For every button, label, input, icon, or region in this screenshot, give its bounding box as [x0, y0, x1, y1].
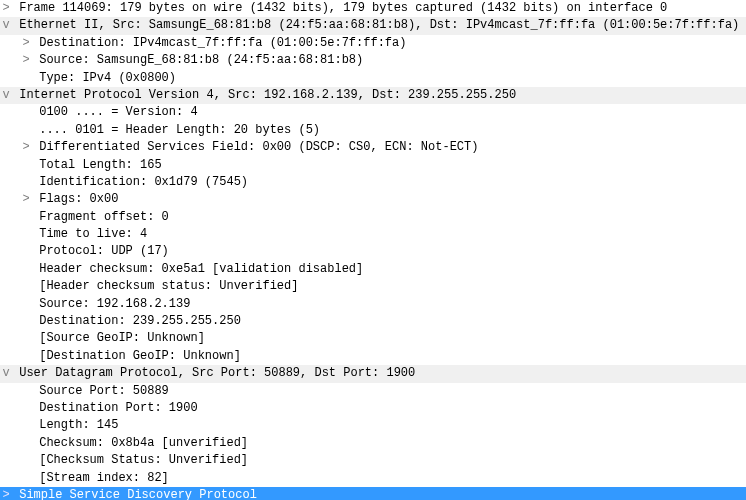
gap [32, 52, 39, 69]
tree-row-label[interactable]: Total Length: 165 [39, 157, 746, 174]
tree-row-label[interactable]: Destination: 239.255.255.250 [39, 313, 746, 330]
tree-row[interactable]: v Ethernet II, Src: SamsungE_68:81:b8 (2… [0, 17, 746, 34]
tree-row[interactable]: Total Length: 165 [0, 157, 746, 174]
tree-row[interactable]: Destination Port: 1900 [0, 400, 746, 417]
tree-row-label[interactable]: Identification: 0x1d79 (7545) [39, 174, 746, 191]
tree-row[interactable]: Source Port: 50889 [0, 383, 746, 400]
chevron-right-icon[interactable]: > [20, 52, 32, 69]
chevron-right-icon[interactable]: > [0, 0, 12, 17]
chevron-down-icon[interactable]: v [0, 87, 12, 104]
tree-row[interactable]: Destination: 239.255.255.250 [0, 313, 746, 330]
tree-row[interactable]: Type: IPv4 (0x0800) [0, 70, 746, 87]
tree-row[interactable]: [Header checksum status: Unverified] [0, 278, 746, 295]
tree-row-label[interactable]: [Destination GeoIP: Unknown] [39, 348, 746, 365]
packet-details-tree[interactable]: > Frame 114069: 179 bytes on wire (1432 … [0, 0, 746, 500]
tree-row-label[interactable]: Destination: IPv4mcast_7f:ff:fa (01:00:5… [39, 35, 746, 52]
tree-row[interactable]: > Flags: 0x00 [0, 191, 746, 208]
gap [32, 348, 39, 365]
tree-row-label[interactable]: Fragment offset: 0 [39, 209, 746, 226]
gap [32, 243, 39, 260]
tree-row-label[interactable]: User Datagram Protocol, Src Port: 50889,… [19, 365, 746, 382]
gap [32, 191, 39, 208]
tree-row[interactable]: [Destination GeoIP: Unknown] [0, 348, 746, 365]
tree-row-label[interactable]: Source: 192.168.2.139 [39, 296, 746, 313]
tree-row[interactable]: Identification: 0x1d79 (7545) [0, 174, 746, 191]
tree-row[interactable]: > Frame 114069: 179 bytes on wire (1432 … [0, 0, 746, 17]
tree-row[interactable]: > Simple Service Discovery Protocol [0, 487, 746, 500]
gap [12, 17, 19, 34]
tree-row-label[interactable]: Simple Service Discovery Protocol [19, 487, 746, 500]
gap [32, 435, 39, 452]
tree-row-label[interactable]: .... 0101 = Header Length: 20 bytes (5) [39, 122, 746, 139]
tree-row-label[interactable]: [Header checksum status: Unverified] [39, 278, 746, 295]
tree-row[interactable]: v User Datagram Protocol, Src Port: 5088… [0, 365, 746, 382]
tree-row-label[interactable]: Time to live: 4 [39, 226, 746, 243]
gap [12, 0, 19, 17]
gap [32, 383, 39, 400]
tree-row-label[interactable]: Protocol: UDP (17) [39, 243, 746, 260]
gap [32, 174, 39, 191]
gap [32, 261, 39, 278]
gap [32, 470, 39, 487]
tree-row-label[interactable]: Flags: 0x00 [39, 191, 746, 208]
gap [32, 330, 39, 347]
tree-row-label[interactable]: Length: 145 [39, 417, 746, 434]
gap [32, 122, 39, 139]
tree-row[interactable]: Fragment offset: 0 [0, 209, 746, 226]
gap [32, 70, 39, 87]
tree-row[interactable]: [Stream index: 82] [0, 470, 746, 487]
tree-row[interactable]: Source: 192.168.2.139 [0, 296, 746, 313]
chevron-right-icon[interactable]: > [20, 139, 32, 156]
tree-row[interactable]: > Destination: IPv4mcast_7f:ff:fa (01:00… [0, 35, 746, 52]
gap [32, 157, 39, 174]
tree-row[interactable]: Time to live: 4 [0, 226, 746, 243]
tree-row[interactable]: Header checksum: 0xe5a1 [validation disa… [0, 261, 746, 278]
tree-row[interactable]: 0100 .... = Version: 4 [0, 104, 746, 121]
gap [32, 35, 39, 52]
chevron-down-icon[interactable]: v [0, 365, 12, 382]
tree-row[interactable]: [Source GeoIP: Unknown] [0, 330, 746, 347]
tree-row[interactable]: .... 0101 = Header Length: 20 bytes (5) [0, 122, 746, 139]
tree-row-label[interactable]: Differentiated Services Field: 0x00 (DSC… [39, 139, 746, 156]
gap [32, 226, 39, 243]
chevron-right-icon[interactable]: > [20, 191, 32, 208]
tree-row-label[interactable]: Source Port: 50889 [39, 383, 746, 400]
tree-row[interactable]: > Source: SamsungE_68:81:b8 (24:f5:aa:68… [0, 52, 746, 69]
gap [32, 417, 39, 434]
tree-row-label[interactable]: [Source GeoIP: Unknown] [39, 330, 746, 347]
chevron-right-icon[interactable]: > [20, 35, 32, 52]
gap [32, 139, 39, 156]
tree-row-label[interactable]: Frame 114069: 179 bytes on wire (1432 bi… [19, 0, 746, 17]
gap [32, 209, 39, 226]
chevron-right-icon[interactable]: > [0, 487, 12, 500]
gap [12, 487, 19, 500]
tree-row-label[interactable]: Header checksum: 0xe5a1 [validation disa… [39, 261, 746, 278]
tree-row[interactable]: Checksum: 0x8b4a [unverified] [0, 435, 746, 452]
tree-row-label[interactable]: 0100 .... = Version: 4 [39, 104, 746, 121]
tree-row[interactable]: [Checksum Status: Unverified] [0, 452, 746, 469]
gap [32, 296, 39, 313]
tree-row-label[interactable]: Destination Port: 1900 [39, 400, 746, 417]
tree-row[interactable]: > Differentiated Services Field: 0x00 (D… [0, 139, 746, 156]
gap [32, 278, 39, 295]
gap [32, 313, 39, 330]
gap [12, 365, 19, 382]
tree-row[interactable]: v Internet Protocol Version 4, Src: 192.… [0, 87, 746, 104]
tree-row[interactable]: Length: 145 [0, 417, 746, 434]
tree-row-label[interactable]: Checksum: 0x8b4a [unverified] [39, 435, 746, 452]
tree-row-label[interactable]: Ethernet II, Src: SamsungE_68:81:b8 (24:… [19, 17, 746, 34]
chevron-down-icon[interactable]: v [0, 17, 12, 34]
tree-row-label[interactable]: [Stream index: 82] [39, 470, 746, 487]
gap [32, 104, 39, 121]
gap [32, 452, 39, 469]
tree-row-label[interactable]: Type: IPv4 (0x0800) [39, 70, 746, 87]
tree-row-label[interactable]: Internet Protocol Version 4, Src: 192.16… [19, 87, 746, 104]
tree-row-label[interactable]: [Checksum Status: Unverified] [39, 452, 746, 469]
gap [12, 87, 19, 104]
tree-row-label[interactable]: Source: SamsungE_68:81:b8 (24:f5:aa:68:8… [39, 52, 746, 69]
gap [32, 400, 39, 417]
tree-row[interactable]: Protocol: UDP (17) [0, 243, 746, 260]
